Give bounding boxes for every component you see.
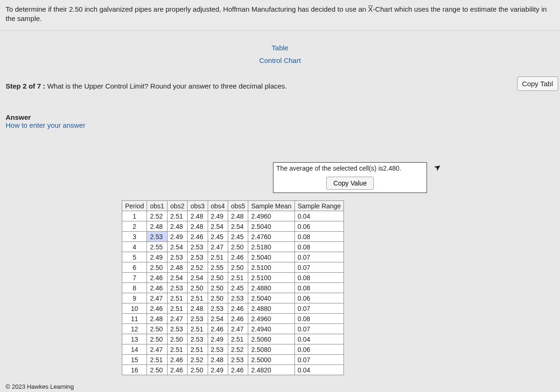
table-cell[interactable]: 2.52 [188, 355, 208, 365]
table-cell[interactable]: 3 [122, 232, 147, 242]
table-cell[interactable]: 7 [122, 273, 147, 283]
table-cell[interactable]: 2.46 [228, 252, 248, 262]
table-cell[interactable]: 2.4820 [248, 365, 294, 375]
table-cell[interactable]: 2.5180 [248, 242, 294, 252]
table-cell[interactable]: 2.50 [167, 334, 187, 344]
table-cell[interactable]: 2.54 [188, 273, 208, 283]
table-cell[interactable]: 2.53 [188, 314, 208, 324]
table-cell[interactable]: 11 [122, 314, 147, 324]
table-cell[interactable]: 0.08 [294, 242, 344, 252]
table-cell[interactable]: 2.46 [147, 303, 167, 314]
table-cell[interactable]: 0.08 [294, 273, 344, 283]
table-cell[interactable]: 2.46 [167, 355, 187, 365]
table-link[interactable]: Table [0, 44, 560, 52]
table-cell[interactable]: 2.53 [228, 293, 248, 303]
table-cell[interactable]: 8 [122, 283, 147, 293]
table-cell[interactable]: 2.48 [188, 303, 208, 314]
table-cell[interactable]: 2.50 [208, 283, 228, 293]
table-cell[interactable]: 2.51 [228, 334, 248, 344]
table-cell[interactable]: 2.53 [188, 334, 208, 344]
table-cell[interactable]: 0.08 [294, 283, 344, 293]
table-cell[interactable]: 2.52 [228, 344, 248, 355]
table-cell[interactable]: 2.48 [147, 221, 167, 232]
table-cell[interactable]: 2.46 [208, 324, 228, 334]
table-cell[interactable]: 0.07 [294, 252, 344, 262]
table-cell[interactable]: 2.49 [208, 334, 228, 344]
table-cell[interactable]: 13 [122, 334, 147, 344]
table-cell[interactable]: 2.50 [228, 262, 248, 273]
table-cell[interactable]: 2.49 [167, 232, 187, 242]
table-cell[interactable]: 2.53 [208, 344, 228, 355]
table-cell[interactable]: 2.5040 [248, 252, 294, 262]
table-cell[interactable]: 2.53 [188, 252, 208, 262]
table-cell[interactable]: 0.04 [294, 365, 344, 375]
copy-table-button[interactable]: Copy Tabl [517, 76, 558, 91]
table-cell[interactable]: 2.51 [208, 252, 228, 262]
table-cell[interactable]: 2.5040 [248, 293, 294, 303]
table-cell[interactable]: 2.4960 [248, 211, 294, 221]
table-cell[interactable]: 2.5100 [248, 262, 294, 273]
table-cell[interactable]: 2.51 [167, 293, 187, 303]
table-cell[interactable]: 2.5000 [248, 355, 294, 365]
table-cell[interactable]: 2.47 [147, 344, 167, 355]
table-cell[interactable]: 2.49 [208, 211, 228, 221]
table-cell[interactable]: 2.49 [208, 365, 228, 375]
table-cell[interactable]: 2.45 [228, 283, 248, 293]
table-cell[interactable]: 2.48 [188, 221, 208, 232]
table-cell[interactable]: 2.4960 [248, 314, 294, 324]
table-cell[interactable]: 2.54 [167, 273, 187, 283]
table-cell[interactable]: 16 [122, 365, 147, 375]
table-cell[interactable]: 2.51 [147, 355, 167, 365]
table-cell[interactable]: 2.48 [147, 314, 167, 324]
table-cell[interactable]: 2.50 [147, 262, 167, 273]
table-cell[interactable]: 2.49 [147, 252, 167, 262]
table-cell[interactable]: 0.04 [294, 211, 344, 221]
table-cell[interactable]: 2.50 [147, 365, 167, 375]
table-cell[interactable]: 2.53 [147, 232, 167, 242]
table-cell[interactable]: 2.46 [167, 365, 187, 375]
table-cell[interactable]: 2.4760 [248, 232, 294, 242]
table-cell[interactable]: 2.53 [167, 324, 187, 334]
table-cell[interactable]: 2.46 [147, 283, 167, 293]
table-cell[interactable]: 0.08 [294, 232, 344, 242]
table-cell[interactable]: 2.53 [208, 303, 228, 314]
table-cell[interactable]: 2.55 [208, 262, 228, 273]
table-cell[interactable]: 2.53 [167, 252, 187, 262]
table-cell[interactable]: 2.53 [228, 355, 248, 365]
table-cell[interactable]: 2.50 [147, 324, 167, 334]
table-cell[interactable]: 2.46 [188, 232, 208, 242]
table-cell[interactable]: 5 [122, 252, 147, 262]
table-cell[interactable]: 2.54 [208, 314, 228, 324]
table-cell[interactable]: 2.50 [188, 283, 208, 293]
table-cell[interactable]: 2.4880 [248, 303, 294, 314]
table-cell[interactable]: 0.07 [294, 303, 344, 314]
table-cell[interactable]: 0.08 [294, 314, 344, 324]
table-cell[interactable]: 2.5060 [248, 334, 294, 344]
table-cell[interactable]: 2.52 [147, 211, 167, 221]
table-cell[interactable]: 2.4880 [248, 283, 294, 293]
table-cell[interactable]: 2.48 [167, 221, 187, 232]
table-cell[interactable]: 2.51 [188, 324, 208, 334]
table-cell[interactable]: 2.51 [167, 303, 187, 314]
control-chart-link[interactable]: Control Chart [0, 56, 560, 64]
table-cell[interactable]: 2.53 [167, 283, 187, 293]
table-cell[interactable]: 0.06 [294, 293, 344, 303]
table-cell[interactable]: 2.54 [208, 221, 228, 232]
table-cell[interactable]: 2.46 [228, 314, 248, 324]
table-cell[interactable]: 0.06 [294, 344, 344, 355]
how-to-enter-link[interactable]: How to enter your answer [6, 121, 554, 129]
table-cell[interactable]: 2.46 [228, 365, 248, 375]
table-cell[interactable]: 2.51 [188, 344, 208, 355]
table-cell[interactable]: 2.5100 [248, 273, 294, 283]
table-cell[interactable]: 2.47 [208, 242, 228, 252]
table-cell[interactable]: 2.45 [228, 232, 248, 242]
table-cell[interactable]: 6 [122, 262, 147, 273]
table-cell[interactable]: 0.07 [294, 324, 344, 334]
table-cell[interactable]: 2.50 [208, 293, 228, 303]
table-cell[interactable]: 2.46 [228, 303, 248, 314]
table-cell[interactable]: 2.54 [167, 242, 187, 252]
table-cell[interactable]: 2.4940 [248, 324, 294, 334]
table-cell[interactable]: 2.5040 [248, 221, 294, 232]
table-cell[interactable]: 2.48 [167, 262, 187, 273]
table-cell[interactable]: 12 [122, 324, 147, 334]
